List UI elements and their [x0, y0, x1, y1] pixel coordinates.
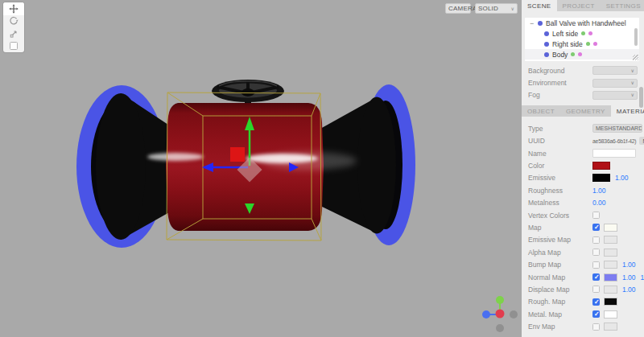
alpha-map-label: Alpha Map — [528, 249, 592, 257]
emissive-map-thumbnail[interactable] — [604, 236, 617, 244]
normal-scale-x[interactable]: 1.00 — [622, 273, 636, 282]
rough-map-label: Rough. Map — [528, 298, 592, 306]
emissive-swatch[interactable] — [592, 174, 610, 182]
material-displace-map-row: Displace Map ✓ 1.00 — [522, 283, 644, 295]
sidebar-scrollbar[interactable] — [639, 87, 643, 108]
normal-map-thumbnail[interactable] — [604, 273, 617, 282]
metalness-value[interactable]: 0.00 — [592, 199, 606, 207]
outliner-row-body[interactable]: Body — [525, 49, 639, 60]
geometry-dot-icon — [586, 42, 590, 46]
fog-select[interactable]: ∨ — [592, 91, 638, 100]
axis-neg-dot-2[interactable] — [496, 324, 504, 332]
material-name-input[interactable] — [592, 149, 636, 158]
camera-select[interactable]: CAMERA ∨ — [445, 3, 471, 14]
uuid-value: ae5836a6-6b1f-42) — [592, 138, 636, 144]
fog-row: Fog ∨ — [522, 89, 644, 101]
normal-scale-y[interactable]: 1.00 — [641, 273, 644, 282]
metal-map-thumbnail[interactable] — [604, 310, 617, 319]
scale-tool-button[interactable] — [3, 27, 24, 40]
viewport-3d[interactable]: CAMERA ∨ SOLID ∨ — [0, 0, 522, 337]
background-select[interactable]: ∨ — [592, 66, 638, 75]
tab-object[interactable]: OBJECT — [522, 105, 560, 117]
outliner-item-label: Body — [552, 51, 568, 59]
environment-row: Environment ∨ — [522, 76, 644, 88]
metal-map-checkbox[interactable]: ✓ — [592, 310, 600, 318]
material-alpha-map-row: Alpha Map ✓ — [522, 246, 644, 258]
color-swatch[interactable] — [592, 162, 610, 170]
material-normal-map-row: Normal Map ✓ 1.00 1.00 — [522, 271, 644, 283]
roughness-value[interactable]: 1.00 — [592, 187, 606, 195]
tab-settings[interactable]: SETTINGS — [601, 0, 644, 11]
outliner-root-label: Ball Valve with Handwheel — [546, 19, 626, 27]
map-checkbox[interactable]: ✓ — [592, 224, 600, 231]
right-cone-face — [357, 97, 396, 234]
axis-y-dot[interactable] — [496, 296, 504, 304]
displace-map-label: Displace Map — [528, 286, 592, 294]
emissive-label: Emissive — [528, 174, 592, 182]
env-map-checkbox[interactable]: ✓ — [592, 323, 600, 331]
normal-map-checkbox[interactable]: ✓ — [592, 273, 600, 281]
environment-select[interactable]: ∨ — [592, 79, 638, 88]
tab-project[interactable]: PROJECT — [557, 0, 601, 11]
specular-glow — [263, 152, 357, 170]
rough-map-thumbnail[interactable] — [604, 298, 617, 306]
material-uuid-row: UUID ae5836a6-6b1f-42) NEW — [522, 135, 644, 147]
bump-map-checkbox[interactable]: ✓ — [592, 261, 600, 269]
type-value: MESHSTANDARDMAT — [596, 125, 642, 131]
uuid-label: UUID — [528, 137, 592, 145]
sidebar: SCENE PROJECT SETTINGS − Ball Valve with… — [522, 0, 644, 337]
rough-map-checkbox[interactable]: ✓ — [592, 298, 600, 306]
outliner-row-right-side[interactable]: Right side — [525, 39, 639, 49]
axis-z-dot[interactable] — [482, 310, 490, 319]
tab-scene[interactable]: SCENE — [522, 0, 557, 11]
env-map-thumbnail[interactable] — [604, 323, 617, 331]
emissive-intensity[interactable]: 1.00 — [615, 174, 629, 182]
mesh-handwheel[interactable] — [212, 80, 284, 105]
metal-map-label: Metal. Map — [528, 310, 592, 319]
collapse-minus-icon[interactable]: − — [530, 19, 536, 27]
outliner-row-left-side[interactable]: Left side — [525, 28, 639, 39]
object-dot-icon — [544, 52, 549, 57]
geometry-dot-icon — [571, 52, 575, 56]
outliner-item-label: Left side — [552, 30, 578, 38]
new-uuid-button[interactable]: NEW — [639, 137, 644, 145]
alpha-map-checkbox[interactable]: ✓ — [592, 249, 600, 256]
vertex-colors-checkbox[interactable]: ✓ — [592, 212, 600, 219]
material-color-row: Color — [522, 159, 644, 171]
displace-scale-value[interactable]: 1.00 — [622, 286, 636, 294]
material-type-select[interactable]: MESHSTANDARDMAT ∨ — [592, 124, 642, 133]
bump-scale-value[interactable]: 1.00 — [622, 261, 636, 269]
axis-x-dot[interactable] — [496, 310, 505, 319]
map-thumbnail[interactable] — [604, 224, 617, 232]
material-type-row: Type MESHSTANDARDMAT ∨ — [522, 122, 644, 134]
object-dot-icon — [544, 42, 549, 47]
outliner-row-root[interactable]: − Ball Valve with Handwheel — [525, 18, 639, 28]
bump-map-label: Bump Map — [528, 261, 592, 269]
translate-tool-button[interactable] — [3, 2, 24, 15]
material-panel: Type MESHSTANDARDMAT ∨ UUID ae5836a6-6b1… — [522, 117, 644, 333]
material-metalness-row: Metalness 0.00 — [522, 197, 644, 209]
outliner-resize-handle[interactable] — [633, 55, 638, 60]
local-transform-toggle[interactable] — [3, 40, 24, 53]
mesh-left-side[interactable] — [76, 85, 171, 248]
outliner-scrollbar[interactable] — [634, 28, 638, 46]
tab-geometry[interactable]: GEOMETRY — [560, 105, 611, 117]
checkbox-square-icon — [9, 41, 19, 51]
axis-helper[interactable] — [482, 296, 518, 332]
material-emissive-map-row: Emissive Map ✓ — [522, 234, 644, 246]
rotate-tool-button[interactable] — [3, 15, 24, 28]
scene-canvas[interactable] — [0, 0, 522, 337]
axis-neg-dot-1[interactable] — [510, 310, 518, 319]
emissive-map-checkbox[interactable]: ✓ — [592, 236, 600, 244]
displace-map-thumbnail[interactable] — [604, 286, 617, 294]
geometry-dot-icon — [581, 31, 585, 35]
material-dot-icon — [593, 42, 597, 46]
scene-outliner[interactable]: − Ball Valve with Handwheel Left side Ri… — [525, 18, 639, 61]
object-dot-icon — [538, 21, 543, 26]
alpha-map-thumbnail[interactable] — [604, 249, 617, 257]
shading-select[interactable]: SOLID ∨ — [475, 3, 518, 14]
outliner-item-label: Right side — [552, 40, 583, 48]
gizmo-plane-handle[interactable] — [230, 147, 245, 162]
displace-map-checkbox[interactable]: ✓ — [592, 286, 600, 293]
bump-map-thumbnail[interactable] — [604, 261, 617, 269]
